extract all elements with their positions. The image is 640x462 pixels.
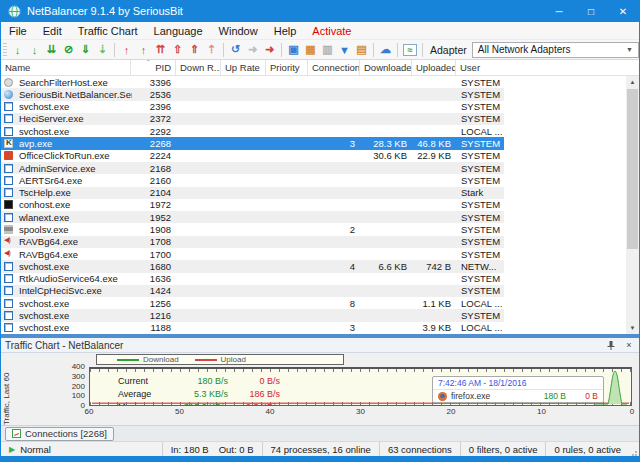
table-row[interactable]: HeciServer.exe2372SYSTEM <box>1 113 504 125</box>
filter-icon[interactable]: ▼ <box>336 41 353 58</box>
menu-traffic-chart[interactable]: Traffic Chart <box>70 22 146 39</box>
app-window-icon <box>4 102 13 111</box>
panel-close-icon[interactable]: × <box>623 340 635 350</box>
process-name: conhost.exe <box>17 199 132 210</box>
column-header-connections[interactable]: Connections <box>308 60 360 75</box>
download-ignore-icon[interactable]: ⇣ <box>94 41 111 58</box>
process-name: RAVBg64.exe <box>17 249 132 260</box>
process-uploaded: 1.1 KB <box>413 298 457 309</box>
upload-limit-icon[interactable]: ⇑ <box>186 41 203 58</box>
process-pid: 2224 <box>132 150 177 161</box>
process-pid: 2292 <box>132 126 177 137</box>
download-priority-normal-icon[interactable]: ↓ <box>26 41 43 58</box>
table-row[interactable]: svchost.exe2292LOCAL ... <box>1 125 504 137</box>
download-limit-icon[interactable]: ⇓ <box>77 41 94 58</box>
netbalancer-globe-icon <box>4 90 13 99</box>
process-user: SYSTEM <box>457 285 504 296</box>
chart-legend: Download Upload <box>96 354 344 365</box>
show-connections-icon[interactable]: ➜ <box>261 41 278 58</box>
column-header-pid[interactable]: PID <box>131 60 176 75</box>
menu-edit[interactable]: Edit <box>35 22 70 39</box>
table-row[interactable]: TscHelp.exe2104Stark <box>1 187 504 199</box>
table-row[interactable]: AERTSr64.exe2160SYSTEM <box>1 174 504 186</box>
process-downloaded: 28.3 KB <box>361 138 413 149</box>
usage-stats-icon[interactable]: ▥ <box>319 41 336 58</box>
table-row[interactable]: RAVBg64.exe1708SYSTEM <box>1 236 504 248</box>
table-row[interactable]: SeriousBit.NetBalancer.Servic...2536SYST… <box>1 88 504 100</box>
table-row[interactable]: spoolsv.exe19082SYSTEM <box>1 223 504 235</box>
upload-priority-low-icon[interactable]: ⇈ <box>152 41 169 58</box>
vertical-scrollbar[interactable]: ▲ ▼ <box>626 76 639 334</box>
upload-block-icon[interactable]: ⇧ <box>169 41 186 58</box>
toolbar-grip[interactable] <box>3 43 7 57</box>
pin-icon[interactable] <box>605 340 617 351</box>
process-user: SYSTEM <box>457 249 504 260</box>
table-row[interactable]: svchost.exe2396SYSTEM <box>1 101 504 113</box>
menu-window[interactable]: Window <box>211 22 266 39</box>
download-spike <box>595 368 627 405</box>
process-name: AERTSr64.exe <box>17 175 132 186</box>
process-name: RAVBg64.exe <box>17 236 132 247</box>
app-window-icon <box>4 286 13 295</box>
table-row[interactable]: svchost.exe125681.1 KBLOCAL ... <box>1 297 504 309</box>
column-header-priority[interactable]: Priority <box>266 60 308 75</box>
download-block-icon[interactable]: ⊘ <box>60 41 77 58</box>
upload-priority-normal-icon[interactable]: ↑ <box>135 41 152 58</box>
column-header-uploaded[interactable]: Uploaded <box>412 60 456 75</box>
scrollbar-thumb[interactable] <box>627 89 638 249</box>
download-priority-low-icon[interactable]: ⇊ <box>43 41 60 58</box>
column-header-up-rate[interactable]: Up Rate <box>221 60 266 75</box>
table-row[interactable]: svchost.exe1216SYSTEM <box>1 309 504 321</box>
process-user: LOCAL ... <box>457 126 504 137</box>
process-name: wlanext.exe <box>17 212 132 223</box>
undo-icon[interactable]: ↺ <box>227 41 244 58</box>
open-folder-icon[interactable]: ▣ <box>285 41 302 58</box>
app-window-icon <box>4 213 13 222</box>
traffic-chart: Traffic, Last 60 Seconds, Download Uploa… <box>1 353 639 425</box>
adapter-dropdown[interactable]: All Network Adapters ▼ <box>472 42 639 58</box>
process-uploaded: 22.9 KB <box>413 150 457 161</box>
table-row[interactable]: svchost.exe118833.9 KBLOCAL ... <box>1 322 504 334</box>
kaspersky-icon <box>4 139 13 148</box>
scroll-down-icon[interactable]: ▼ <box>626 322 639 334</box>
upload-priority-high-icon[interactable]: ↑ <box>118 41 135 58</box>
table-row[interactable]: avp.exe2268328.3 KB46.8 KBSYSTEM <box>1 137 504 149</box>
column-header-downloaded[interactable]: Downloaded <box>360 60 412 75</box>
cloud-sync-icon[interactable]: ☁ <box>377 41 394 58</box>
resize-grip[interactable] <box>629 448 637 456</box>
process-pid: 1216 <box>132 310 177 321</box>
app-window-icon <box>4 127 13 136</box>
column-header-user[interactable]: User <box>456 60 639 75</box>
upload-ignore-icon[interactable]: ⇡ <box>203 41 220 58</box>
rules-icon[interactable]: ▤ <box>353 41 370 58</box>
table-row[interactable]: AdminService.exe2168SYSTEM <box>1 162 504 174</box>
minimize-button[interactable]: ─ <box>543 0 575 22</box>
menu-activate[interactable]: Activate <box>304 22 359 39</box>
menu-language[interactable]: Language <box>146 22 211 39</box>
close-button[interactable]: ✕ <box>607 0 639 22</box>
table-row[interactable]: conhost.exe1972SYSTEM <box>1 199 504 211</box>
tab-connections[interactable]: Connections [2268] <box>5 427 114 441</box>
table-row[interactable]: RAVBg64.exe1700SYSTEM <box>1 248 504 260</box>
toggle-chart-icon[interactable]: ≈ <box>403 44 417 56</box>
table-header: ˆ Name PID Down R... Up Rate Priority Co… <box>1 60 639 76</box>
process-pid: 1680 <box>132 261 177 272</box>
table-row[interactable]: OfficeClickToRun.exe222430.6 KB22.9 KBSY… <box>1 150 504 162</box>
table-row[interactable]: wlanext.exe1952SYSTEM <box>1 211 504 223</box>
table-row[interactable]: svchost.exe168046.6 KB742 BNETW... <box>1 260 504 272</box>
scroll-up-icon[interactable]: ▲ <box>626 76 639 88</box>
chart-plot-area[interactable]: Current 180 B/s 0 B/s Average 5.3 KB/s 1… <box>89 367 632 406</box>
table-row[interactable]: RtkAudioService64.exe1636SYSTEM <box>1 273 504 285</box>
column-header-name[interactable]: Name <box>1 60 131 75</box>
download-priority-high-icon[interactable]: ↓ <box>9 41 26 58</box>
column-header-down-rate[interactable]: Down R... <box>176 60 221 75</box>
maximize-button[interactable]: □ <box>575 0 607 22</box>
table-row[interactable]: IntelCpHeciSvc.exe1424SYSTEM <box>1 285 504 297</box>
statistics-icon[interactable]: ▦ <box>302 41 319 58</box>
process-user: SYSTEM <box>457 89 504 100</box>
menu-help[interactable]: Help <box>266 22 305 39</box>
go-to-process-icon[interactable]: ➜ <box>244 41 261 58</box>
stats-row-current: Current 180 B/s 0 B/s <box>118 374 280 387</box>
menu-file[interactable]: File <box>1 22 35 39</box>
table-row[interactable]: SearchFilterHost.exe3396SYSTEM <box>1 76 504 88</box>
